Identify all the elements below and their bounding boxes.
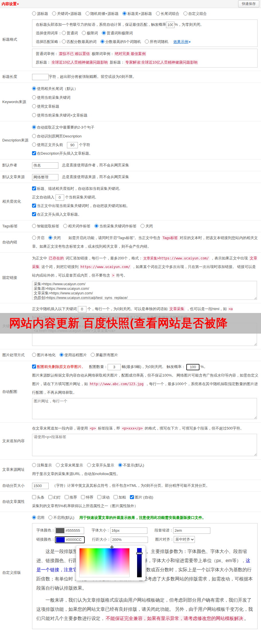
- radio-input[interactable]: [118, 463, 122, 467]
- radio-option[interactable]: 普通词和极限词: [102, 31, 133, 35]
- link-color-swatch[interactable]: [56, 537, 65, 542]
- default-author-input[interactable]: [32, 162, 58, 169]
- radio-option[interactable]: 分数最高的5个词随机: [100, 40, 141, 44]
- quick-save-button[interactable]: 快速保存: [238, 0, 259, 7]
- radio-option[interactable]: 自定义组合: [183, 11, 207, 16]
- font-color-input[interactable]: [65, 528, 84, 533]
- radio-input[interactable]: [32, 95, 36, 99]
- color-gradient-area[interactable]: [79, 548, 130, 577]
- radio-input[interactable]: [32, 224, 36, 228]
- radio-option[interactable]: 当前采集关键词作标签: [94, 224, 137, 228]
- link-color-input[interactable]: [65, 537, 84, 542]
- color-slider-handle[interactable]: [136, 552, 143, 554]
- radio-input[interactable]: [32, 113, 36, 117]
- default-source-input[interactable]: [32, 174, 58, 180]
- radio-option[interactable]: 所有词随机: [145, 40, 168, 44]
- radio-option[interactable]: 普通词: [62, 31, 78, 35]
- radio-input[interactable]: [141, 224, 145, 228]
- radio-input[interactable]: [100, 40, 104, 44]
- radio-input[interactable]: [32, 463, 36, 467]
- radio-input[interactable]: [56, 463, 60, 467]
- font-size-input[interactable]: [110, 527, 147, 534]
- checkbox-input[interactable]: [65, 495, 69, 499]
- radio-input[interactable]: [91, 353, 95, 357]
- checkbox-input[interactable]: [32, 204, 36, 208]
- checkbox-option[interactable]: 特荐: [81, 495, 93, 499]
- checkbox-option[interactable]: 图片 (自动): [130, 495, 153, 499]
- radio-option[interactable]: 启用: [32, 515, 44, 520]
- radio-input[interactable]: [94, 224, 98, 228]
- radio-input[interactable]: [102, 31, 106, 35]
- radio-option[interactable]: 使用文章标题: [32, 102, 259, 111]
- radio-option[interactable]: 匹配分数最高的词: [62, 40, 96, 44]
- radio-option[interactable]: 注释显示: [32, 463, 52, 467]
- checkbox-input[interactable]: [97, 495, 101, 499]
- radio-option[interactable]: 相关词作标签: [63, 224, 90, 228]
- fixed-links-textarea[interactable]: 采集>https://www.ucaiyun.com/ 采集器>https://…: [32, 281, 257, 300]
- radio-option[interactable]: 屏蔽所有图片: [91, 353, 118, 357]
- font-color-field[interactable]: [55, 527, 84, 534]
- checkbox-option[interactable]: 头条: [32, 495, 44, 499]
- radio-input[interactable]: [32, 86, 36, 90]
- radio-option[interactable]: 不显示(默认): [118, 463, 144, 467]
- image-probability-input[interactable]: [186, 364, 199, 370]
- radio-input[interactable]: [86, 11, 90, 15]
- radio-input[interactable]: [63, 224, 67, 228]
- checkbox-option[interactable]: 幻灯: [48, 495, 61, 499]
- checkbox-option[interactable]: 配图前先删除原文自带图片。: [32, 365, 85, 369]
- link-color-field[interactable]: [55, 536, 85, 543]
- radio-input[interactable]: [82, 31, 86, 35]
- radio-option[interactable]: 标题党+源标题: [122, 11, 152, 16]
- checkbox-input[interactable]: [48, 495, 52, 499]
- radio-option[interactable]: 关闭: [141, 224, 153, 228]
- image-align-select[interactable]: 居中对齐: [174, 536, 195, 543]
- line-height-input[interactable]: [111, 537, 148, 543]
- radio-input[interactable]: [87, 463, 91, 467]
- radio-input[interactable]: [62, 40, 66, 44]
- density-count-input[interactable]: [78, 306, 86, 312]
- radio-option[interactable]: 文章开头显示: [87, 463, 114, 467]
- radio-input[interactable]: [62, 31, 66, 35]
- radio-option[interactable]: 使用正文开头前: [32, 143, 63, 147]
- insert-keywords-count-input[interactable]: [56, 194, 64, 201]
- radio-input[interactable]: [48, 515, 52, 519]
- radio-option[interactable]: 源标题: [32, 11, 48, 16]
- radio-option[interactable]: 使用当前采集关键词+文章标题: [32, 111, 259, 120]
- radio-input[interactable]: [183, 11, 187, 15]
- radio-option[interactable]: 关键词+源标题: [52, 11, 82, 16]
- checkbox-input[interactable]: [130, 495, 134, 499]
- radio-option[interactable]: 长尾词组合: [156, 11, 179, 16]
- checkbox-input[interactable]: [81, 495, 85, 499]
- radio-input[interactable]: [32, 125, 36, 129]
- description-length-input[interactable]: [67, 142, 78, 148]
- radio-input[interactable]: [32, 11, 36, 15]
- checkbox-option[interactable]: 推荐: [65, 495, 77, 499]
- radio-option[interactable]: 使用相关长尾词（默认）: [32, 84, 259, 93]
- radio-input[interactable]: [32, 353, 36, 357]
- radio-option[interactable]: 自动提取正文中最重要的2-3个句子: [32, 123, 259, 132]
- radio-input[interactable]: [145, 40, 149, 44]
- checkbox-input[interactable]: [32, 151, 36, 155]
- radio-input[interactable]: [32, 236, 36, 240]
- checkbox-input[interactable]: [32, 212, 36, 216]
- checkbox-option[interactable]: 在正文开头插入文章标题。: [32, 212, 82, 216]
- radio-input[interactable]: [122, 11, 126, 15]
- font-color-swatch[interactable]: [56, 528, 64, 533]
- radio-option[interactable]: 自动识别原网页Description: [32, 132, 259, 141]
- radio-option[interactable]: 智能提取标签: [32, 224, 59, 228]
- radio-input[interactable]: [32, 143, 36, 147]
- radio-option[interactable]: 开启: [32, 236, 44, 240]
- image-count-input[interactable]: [108, 364, 121, 370]
- checkbox-option[interactable]: 滚动: [97, 495, 110, 499]
- title-length-input[interactable]: [32, 74, 49, 80]
- radio-option[interactable]: 使用远程图片: [60, 353, 87, 357]
- image-urls-textarea[interactable]: [32, 398, 257, 419]
- radio-input[interactable]: [48, 236, 52, 240]
- checkbox-option[interactable]: 在Description开头插入文章标题。: [32, 151, 93, 155]
- indent-input[interactable]: [173, 527, 210, 534]
- radio-option[interactable]: 图片本地化: [32, 353, 56, 357]
- page-title[interactable]: 内容设置»: [2, 1, 19, 7]
- radio-option[interactable]: 不启用(默认): [48, 515, 74, 520]
- radio-input[interactable]: [60, 353, 64, 357]
- checkbox-input[interactable]: [32, 365, 36, 369]
